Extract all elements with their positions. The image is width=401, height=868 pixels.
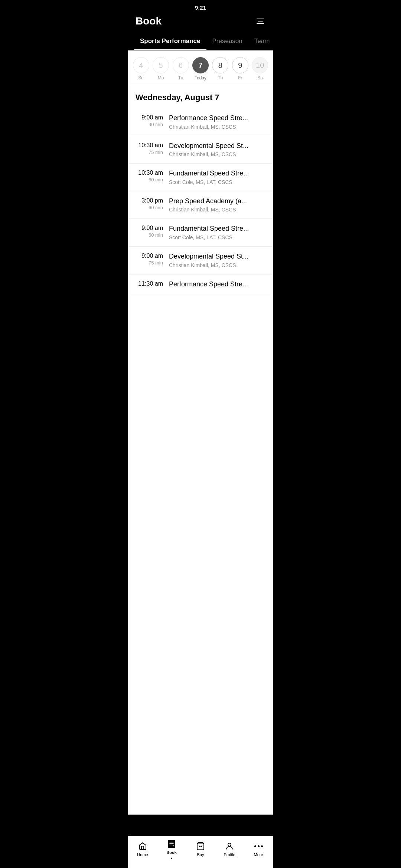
day-item-6[interactable]: 6 Tu bbox=[172, 57, 190, 80]
day-number-5: 5 bbox=[153, 57, 169, 73]
session-title-2: Developmental Speed St... bbox=[169, 142, 265, 150]
session-info-7: Performance Speed Stre... bbox=[169, 280, 265, 290]
nav-home-label: Home bbox=[137, 852, 148, 857]
date-heading: Wednesday, August 7 bbox=[128, 85, 273, 108]
nav-buy[interactable]: Buy bbox=[188, 841, 213, 857]
session-item-1[interactable]: 9:00 am 90 min Performance Speed Stre...… bbox=[128, 108, 273, 136]
day-label-10: Sa bbox=[257, 75, 263, 80]
session-list: 9:00 am 90 min Performance Speed Stre...… bbox=[128, 108, 273, 296]
nav-book-label: Book bbox=[166, 850, 177, 855]
nav-more[interactable]: More bbox=[245, 841, 271, 857]
nav-book[interactable]: Book bbox=[159, 839, 185, 859]
page-title: Book bbox=[136, 15, 162, 27]
session-item-2[interactable]: 10:30 am 75 min Developmental Speed St..… bbox=[128, 136, 273, 164]
filter-icon-line1 bbox=[257, 19, 264, 19]
session-instructor-2: Christian Kimball, MS, CSCS bbox=[169, 151, 265, 157]
day-number-8: 8 bbox=[212, 57, 228, 73]
session-duration-3: 60 min bbox=[136, 177, 163, 183]
time-display: 9:21 bbox=[195, 4, 206, 11]
day-item-5[interactable]: 5 Mo bbox=[152, 57, 170, 80]
day-item-7[interactable]: 7 Today bbox=[192, 57, 209, 80]
filter-button[interactable] bbox=[255, 17, 265, 25]
day-label-today: Today bbox=[195, 75, 206, 80]
session-time-3: 10:30 am 60 min bbox=[136, 170, 169, 183]
content-area: 4 Su 5 Mo 6 Tu 7 Today 8 Th 9 Fr 10 Sa W… bbox=[128, 50, 273, 815]
session-item-7[interactable]: 11:30 am Performance Speed Stre... bbox=[128, 274, 273, 296]
session-time-value-5: 9:00 am bbox=[136, 225, 163, 231]
home-icon bbox=[138, 841, 147, 851]
filter-icon-line3 bbox=[257, 23, 264, 24]
session-time-value-4: 3:00 pm bbox=[136, 197, 163, 204]
buy-icon bbox=[196, 841, 205, 851]
session-instructor-6: Christian Kimball, MS, CSCS bbox=[169, 262, 265, 268]
book-icon bbox=[167, 839, 176, 849]
session-title-5: Fundamental Speed Stre... bbox=[169, 225, 265, 233]
session-title-3: Fundamental Speed Stre... bbox=[169, 170, 265, 178]
session-time-4: 3:00 pm 60 min bbox=[136, 197, 169, 210]
session-duration-5: 60 min bbox=[136, 232, 163, 238]
session-item-4[interactable]: 3:00 pm 60 min Prep Speed Academy (a... … bbox=[128, 191, 273, 219]
header: Book bbox=[128, 12, 273, 33]
session-instructor-5: Scott Cole, MS, LAT, CSCS bbox=[169, 234, 265, 240]
dot-2 bbox=[258, 845, 260, 847]
category-team[interactable]: Team bbox=[248, 33, 273, 50]
day-item-4[interactable]: 4 Su bbox=[132, 57, 150, 80]
categories-nav: Sports Performance Preseason Team Adul bbox=[128, 33, 273, 50]
session-info-1: Performance Speed Stre... Christian Kimb… bbox=[169, 114, 265, 130]
nav-profile-label: Profile bbox=[224, 852, 235, 857]
session-title-1: Performance Speed Stre... bbox=[169, 114, 265, 122]
day-item-9[interactable]: 9 Fr bbox=[231, 57, 249, 80]
session-info-2: Developmental Speed St... Christian Kimb… bbox=[169, 142, 265, 158]
session-info-6: Developmental Speed St... Christian Kimb… bbox=[169, 253, 265, 268]
session-item-3[interactable]: 10:30 am 60 min Fundamental Speed Stre..… bbox=[128, 164, 273, 191]
status-bar: 9:21 bbox=[128, 0, 273, 12]
session-time-2: 10:30 am 75 min bbox=[136, 142, 169, 155]
day-label-4: Su bbox=[138, 75, 144, 80]
session-time-1: 9:00 am 90 min bbox=[136, 114, 169, 127]
session-time-value-2: 10:30 am bbox=[136, 142, 163, 149]
session-title-7: Performance Speed Stre... bbox=[169, 280, 265, 289]
session-time-value-1: 9:00 am bbox=[136, 114, 163, 121]
day-item-10[interactable]: 10 Sa bbox=[251, 57, 269, 80]
session-item-5[interactable]: 9:00 am 60 min Fundamental Speed Stre...… bbox=[128, 219, 273, 247]
day-number-4: 4 bbox=[133, 57, 149, 73]
day-label-8: Th bbox=[218, 75, 223, 80]
session-time-7: 11:30 am bbox=[136, 280, 169, 288]
session-time-value-7: 11:30 am bbox=[136, 280, 163, 287]
day-label-5: Mo bbox=[158, 75, 164, 80]
nav-home[interactable]: Home bbox=[130, 841, 156, 857]
day-number-6: 6 bbox=[173, 57, 189, 73]
session-duration-6: 75 min bbox=[136, 260, 163, 266]
category-preseason[interactable]: Preseason bbox=[206, 33, 248, 50]
session-title-4: Prep Speed Academy (a... bbox=[169, 197, 265, 206]
session-info-3: Fundamental Speed Stre... Scott Cole, MS… bbox=[169, 170, 265, 185]
nav-more-label: More bbox=[254, 852, 263, 857]
session-duration-4: 60 min bbox=[136, 205, 163, 210]
session-time-value-3: 10:30 am bbox=[136, 170, 163, 176]
svg-point-3 bbox=[228, 843, 231, 846]
session-instructor-3: Scott Cole, MS, LAT, CSCS bbox=[169, 179, 265, 185]
session-item-6[interactable]: 9:00 am 75 min Developmental Speed St...… bbox=[128, 247, 273, 274]
session-time-value-6: 9:00 am bbox=[136, 253, 163, 259]
day-item-8[interactable]: 8 Th bbox=[211, 57, 229, 80]
bottom-nav: Home Book Buy bbox=[128, 836, 273, 868]
dot-3 bbox=[261, 845, 263, 847]
nav-buy-label: Buy bbox=[197, 852, 204, 857]
session-info-5: Fundamental Speed Stre... Scott Cole, MS… bbox=[169, 225, 265, 240]
book-active-indicator bbox=[171, 858, 172, 859]
session-instructor-4: Christian Kimball, MS, CSCS bbox=[169, 207, 265, 213]
day-number-7: 7 bbox=[192, 57, 209, 73]
date-nav: 4 Su 5 Mo 6 Tu 7 Today 8 Th 9 Fr 10 Sa bbox=[128, 50, 273, 85]
day-label-9: Fr bbox=[238, 75, 242, 80]
session-title-6: Developmental Speed St... bbox=[169, 253, 265, 261]
filter-icon-line2 bbox=[258, 21, 263, 22]
session-duration-2: 75 min bbox=[136, 149, 163, 155]
session-info-4: Prep Speed Academy (a... Christian Kimba… bbox=[169, 197, 265, 213]
session-duration-1: 90 min bbox=[136, 122, 163, 127]
dot-1 bbox=[254, 845, 256, 847]
day-number-9: 9 bbox=[232, 57, 248, 73]
category-sports-performance[interactable]: Sports Performance bbox=[134, 33, 206, 50]
day-label-6: Tu bbox=[178, 75, 183, 80]
nav-profile[interactable]: Profile bbox=[216, 841, 242, 857]
session-time-6: 9:00 am 75 min bbox=[136, 253, 169, 266]
